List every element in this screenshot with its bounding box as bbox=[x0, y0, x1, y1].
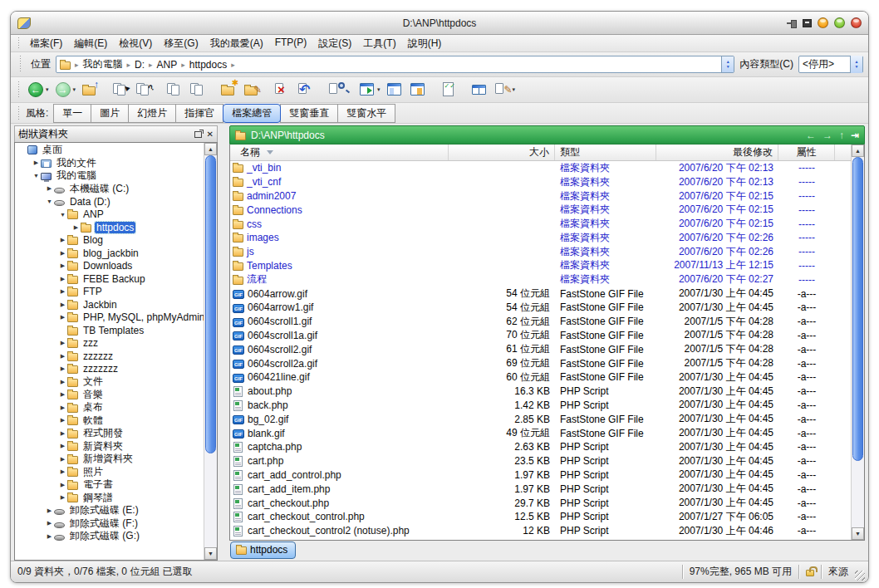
undo-button[interactable]: ↶ bbox=[294, 79, 317, 100]
expand-icon[interactable]: ▶ bbox=[71, 224, 81, 231]
file-row[interactable]: cart_add_item.php1.97 KBPHP Script2007/1… bbox=[230, 482, 851, 496]
unlock-icon[interactable] bbox=[806, 570, 814, 576]
tree-item[interactable]: ▶新增資料夾 bbox=[15, 453, 204, 466]
menu-item[interactable]: 我的最愛(A) bbox=[204, 35, 269, 52]
expand-icon[interactable]: ▶ bbox=[58, 456, 67, 463]
scroll-up-icon[interactable]: ▲ bbox=[852, 145, 864, 157]
expand-icon[interactable]: ▶ bbox=[58, 391, 67, 398]
file-row[interactable]: cart_add_control.php1.97 KBPHP Script200… bbox=[230, 468, 851, 483]
menu-item[interactable]: 檢視(V) bbox=[113, 35, 158, 52]
collapse-icon[interactable]: ▼ bbox=[32, 173, 41, 179]
file-row[interactable]: 060421line.gif60 位元組FastStone GIF File20… bbox=[230, 370, 851, 385]
file-row[interactable]: back.php1.42 KBPHP Script2007/1/30 上午 04… bbox=[230, 399, 851, 413]
tree-item[interactable]: ▶卸除式磁碟 (E:) bbox=[15, 504, 204, 517]
tree-item[interactable]: ▶新資料夾 bbox=[15, 440, 204, 453]
select-files-button[interactable]: ▲ bbox=[109, 79, 132, 100]
file-row[interactable]: bg_02.gif2.85 KBFastStone GIF File2007/1… bbox=[230, 412, 851, 426]
tree-scroll-thumb[interactable] bbox=[205, 155, 216, 453]
tree-item[interactable]: ▶鋼琴譜 bbox=[15, 492, 204, 505]
expand-icon[interactable]: ▶ bbox=[58, 276, 67, 282]
tree-item[interactable]: ▶照片 bbox=[15, 466, 204, 479]
expand-icon[interactable]: ▶ bbox=[58, 379, 67, 385]
expand-icon[interactable]: ▶ bbox=[58, 314, 67, 321]
tree-item[interactable]: ▶zzz bbox=[15, 337, 204, 350]
tree-item[interactable]: ▶我的文件 bbox=[15, 157, 204, 170]
tree-item[interactable]: ▶電子書 bbox=[15, 478, 204, 492]
tree-item[interactable]: ▶本機磁碟 (C:) bbox=[15, 183, 204, 196]
file-scrollbar[interactable]: ▲ ▼ bbox=[851, 145, 864, 540]
file-row[interactable]: 流程檔案資料夾2007/6/20 下午 02:27----- bbox=[230, 272, 851, 287]
menu-item[interactable]: 工具(T) bbox=[357, 35, 401, 52]
style-tab-單一[interactable]: 單一 bbox=[53, 104, 91, 123]
dropdown-caret-icon[interactable]: ▾ bbox=[73, 86, 76, 93]
tree-item[interactable]: ▶blog_jackbin bbox=[15, 247, 204, 260]
undock-icon[interactable] bbox=[194, 131, 202, 138]
expand-icon[interactable]: ▶ bbox=[58, 250, 67, 257]
tray-icon[interactable] bbox=[803, 19, 812, 27]
column-modified[interactable]: 最後修改 bbox=[656, 145, 778, 160]
tree-item[interactable]: ▶桌布 bbox=[15, 401, 204, 414]
menu-item[interactable]: 移至(G) bbox=[158, 35, 204, 52]
collapse-icon[interactable]: ▼ bbox=[45, 198, 54, 204]
view-details-button[interactable] bbox=[383, 79, 406, 100]
tree-item[interactable]: TB Templates bbox=[15, 324, 204, 337]
nav-last-icon[interactable]: ⇥ bbox=[851, 130, 859, 141]
file-scroll-thumb[interactable] bbox=[852, 157, 863, 461]
pin-icon[interactable] bbox=[787, 20, 797, 27]
title-bar[interactable]: D:\ANP\httpdocs bbox=[11, 12, 868, 35]
forward-button[interactable]: →▾ bbox=[52, 79, 79, 100]
new-folder-button[interactable]: ✱ bbox=[217, 79, 240, 100]
notes-button[interactable]: ✎▾ bbox=[491, 79, 518, 100]
menu-item[interactable]: 說明(H) bbox=[402, 35, 448, 52]
checklist-button[interactable]: ✓✓ bbox=[437, 79, 460, 100]
menu-item[interactable]: 編輯(E) bbox=[68, 35, 113, 52]
style-grip[interactable] bbox=[17, 106, 21, 120]
nav-forward-icon[interactable]: → bbox=[823, 130, 832, 141]
content-type-spinner[interactable]: ▲▼ bbox=[850, 56, 862, 73]
file-row[interactable]: css檔案資料夾2007/6/20 下午 02:15----- bbox=[230, 217, 851, 231]
file-row[interactable]: cart_checkout_control2 (notuse).php12 KB… bbox=[230, 524, 851, 538]
tree-item[interactable]: ▶Blog bbox=[15, 234, 204, 247]
expand-icon[interactable]: ▶ bbox=[58, 237, 67, 243]
expand-icon[interactable]: ▶ bbox=[58, 494, 67, 501]
dropdown-caret-icon[interactable]: ▾ bbox=[513, 86, 516, 93]
rename-button[interactable]: ✎ bbox=[240, 79, 263, 100]
content-type-select[interactable]: <停用> ▲▼ bbox=[798, 56, 863, 73]
minimize-button[interactable] bbox=[818, 17, 828, 28]
expand-icon[interactable]: ▶ bbox=[45, 533, 54, 540]
tree-close-icon[interactable]: ✕ bbox=[207, 130, 214, 139]
tree-item[interactable]: ▶卸除式磁碟 (F:) bbox=[15, 517, 204, 531]
expand-icon[interactable]: ▶ bbox=[58, 417, 67, 424]
menu-grip[interactable] bbox=[17, 37, 21, 49]
file-row[interactable]: captcha.php2.63 KBPHP Script2007/1/30 上午… bbox=[230, 440, 851, 454]
tree-item[interactable]: ▶Downloads bbox=[15, 260, 204, 273]
close-button[interactable] bbox=[851, 17, 862, 28]
file-row[interactable]: Connections檔案資料夾2007/6/20 下午 02:15----- bbox=[230, 203, 851, 217]
file-row[interactable]: images檔案資料夾2007/6/20 下午 02:26----- bbox=[230, 231, 851, 245]
file-row[interactable]: 0604arrow.gif54 位元組FastStone GIF File200… bbox=[230, 287, 851, 301]
tree-item[interactable]: ▶卸除式磁碟 (G:) bbox=[15, 530, 204, 543]
column-size[interactable]: 大小 bbox=[449, 145, 555, 160]
tree-item[interactable]: ▶zzzzzzz bbox=[15, 363, 204, 376]
file-row[interactable]: cart_checkout.php29.7 KBPHP Script2007/1… bbox=[230, 496, 851, 510]
file-row[interactable]: 0604scroll2a.gif69 位元組FastStone GIF File… bbox=[230, 356, 851, 370]
collapse-icon[interactable]: ▼ bbox=[58, 212, 67, 218]
file-row[interactable]: about.php16.3 KBPHP Script2007/1/30 上午 0… bbox=[230, 385, 851, 399]
menu-item[interactable]: 設定(S) bbox=[312, 35, 357, 52]
expand-icon[interactable]: ▶ bbox=[58, 468, 67, 475]
nav-up-icon[interactable]: ↑ bbox=[839, 130, 844, 141]
panel-swap-button[interactable]: ▾ bbox=[356, 79, 383, 100]
toolbar-grip[interactable] bbox=[17, 81, 21, 99]
expand-icon[interactable]: ▶ bbox=[58, 404, 67, 411]
expand-icon[interactable]: ▶ bbox=[32, 159, 41, 166]
breadcrumb[interactable]: ▸我的電腦▸D:▸ANP▸httpdocs▸ ▲▼ bbox=[56, 56, 734, 73]
expand-icon[interactable]: ▶ bbox=[58, 482, 67, 488]
tree-item[interactable]: ▶PHP, MySQL, phpMyAdmin bbox=[15, 311, 204, 325]
scroll-down-icon[interactable]: ▼ bbox=[852, 527, 864, 540]
select-filetype-button[interactable]: ? bbox=[132, 79, 155, 100]
file-row[interactable]: _vti_bin檔案資料夾2007/6/20 下午 02:13----- bbox=[230, 161, 851, 175]
panel-splitter[interactable] bbox=[218, 125, 229, 561]
scroll-down-icon[interactable]: ▼ bbox=[204, 547, 217, 560]
style-tab-檔案總管[interactable]: 檔案總管 bbox=[223, 104, 281, 123]
tree-item[interactable]: ▶FTP bbox=[15, 286, 204, 299]
